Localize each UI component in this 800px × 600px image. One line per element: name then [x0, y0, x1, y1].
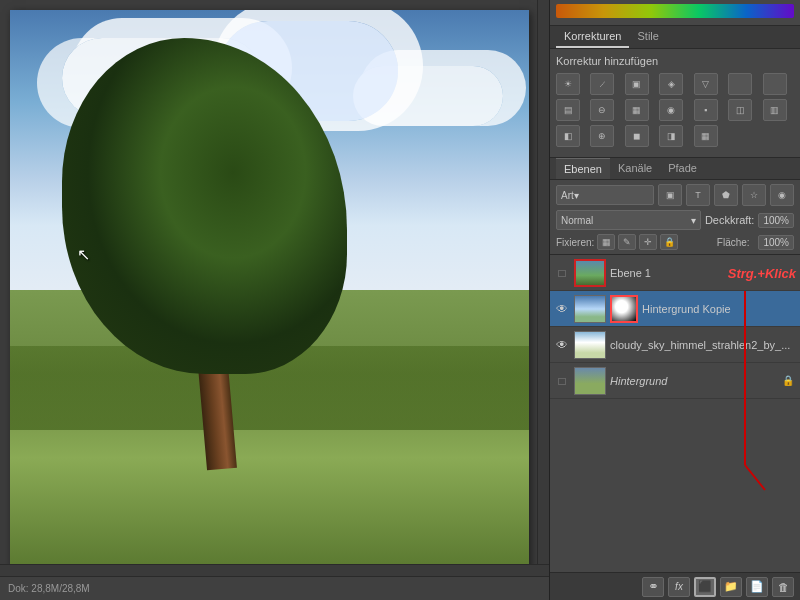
filter-toggle[interactable]: ◉	[770, 184, 794, 206]
levels-icon[interactable]: ▤	[556, 99, 580, 121]
channel-mixer-icon[interactable]: ⊕	[590, 125, 614, 147]
fix-brush[interactable]: ✎	[618, 234, 636, 250]
layer-name-cloudy: cloudy_sky_himmel_strahlen2_by_...	[610, 339, 796, 351]
correction-icons-row2: ▤ ⊖ ▦ ◉ ▪ ◫ ▥	[556, 99, 794, 121]
hsb-icon[interactable]: ▽	[694, 73, 718, 95]
strg-klick-annotation: Strg.+Klick	[728, 265, 796, 281]
thumb-sky-bg	[575, 296, 605, 322]
colorbalance-icon[interactable]	[728, 73, 752, 95]
layer-type-filter[interactable]: Art ▾	[556, 185, 654, 205]
layer-mask-thumb-hk	[610, 295, 638, 323]
layer-tabs: Ebenen Kanäle Pfade	[550, 158, 800, 180]
filter-pixel-icon[interactable]: ▣	[658, 184, 682, 206]
selective-color-icon[interactable]: ◧	[556, 125, 580, 147]
solid-color-icon[interactable]: ◼	[625, 125, 649, 147]
layer-thumb-ebene1	[574, 259, 606, 287]
layer-thumb-hk	[574, 295, 606, 323]
opacity-label: Deckkraft:	[705, 214, 755, 226]
layer-name-hintergrund: Hintergrund	[610, 375, 778, 387]
opacity-value[interactable]: 100%	[758, 213, 794, 228]
bw-icon[interactable]	[763, 73, 787, 95]
section-title: Korrektur hinzufügen	[556, 55, 794, 67]
new-group-button[interactable]: 📁	[720, 577, 742, 597]
posterize-icon[interactable]: ▪	[694, 99, 718, 121]
layer-lock-icon: 🔒	[782, 375, 796, 386]
fix-move[interactable]: ✛	[639, 234, 657, 250]
vibrance-icon[interactable]: ◈	[659, 73, 683, 95]
vertical-scrollbar[interactable]	[537, 0, 549, 564]
layer-visibility-hk[interactable]: 👁	[554, 301, 570, 317]
layer-item-hintergrund[interactable]: □ Hintergrund 🔒	[550, 363, 800, 399]
layer-visibility-cloudy[interactable]: 👁	[554, 337, 570, 353]
filter-smart-icon[interactable]: ☆	[742, 184, 766, 206]
mask-button[interactable]: ⬛	[694, 577, 716, 597]
layer-item-cloudy[interactable]: 👁 cloudy_sky_himmel_strahlen2_by_...	[550, 327, 800, 363]
filter-shape-icon[interactable]: ⬟	[714, 184, 738, 206]
color-bar-section	[550, 0, 800, 26]
link-button[interactable]: ⚭	[642, 577, 664, 597]
fix-checkerboard[interactable]: ▦	[597, 234, 615, 250]
fixieren-label: Fixieren:	[556, 237, 594, 248]
layer-thumb-cloudy	[574, 331, 606, 359]
correction-tabs: Korrekturen Stile	[550, 26, 800, 49]
fixieren-row: Fixieren: ▦ ✎ ✛ 🔒 Fläche: 100%	[556, 234, 794, 250]
korrekturen-section: Korrektur hinzufügen ☀ ⟋ ▣ ◈ ▽ ▤ ⊖ ▦ ◉ ▪…	[550, 49, 800, 158]
flaeche-label: Fläche:	[717, 237, 750, 248]
thumb-hintergrund-bg	[575, 368, 605, 394]
blend-mode-row: Normal ▾ Deckkraft: 100%	[556, 210, 794, 230]
layer-toolbar: ⚭ fx ⬛ 📁 📄 🗑	[550, 572, 800, 600]
canvas-area: ↖ Dok: 28,8M/28,8M	[0, 0, 550, 600]
tab-korrekturen[interactable]: Korrekturen	[556, 26, 629, 48]
filter-text-icon[interactable]: T	[686, 184, 710, 206]
cursor-icon: ↖	[77, 245, 97, 265]
thumb-mask-bg	[612, 297, 636, 321]
new-layer-button[interactable]: 📄	[746, 577, 768, 597]
layer-name-hk: Hintergrund Kopie	[642, 303, 796, 315]
fix-lock[interactable]: 🔒	[660, 234, 678, 250]
filter-label: Art	[561, 190, 574, 201]
curves-icon[interactable]: ⟋	[590, 73, 614, 95]
photo-tree: ↖	[10, 10, 529, 570]
layer-thumb-hintergrund	[574, 367, 606, 395]
gradient-fill-icon[interactable]: ◨	[659, 125, 683, 147]
thumb-tree-bg	[576, 261, 604, 285]
tab-pfade[interactable]: Pfade	[660, 158, 705, 179]
colorlookup-icon[interactable]: ▦	[625, 99, 649, 121]
canvas-status-bar: Dok: 28,8M/28,8M	[0, 576, 549, 600]
hue-icon[interactable]: ⊖	[590, 99, 614, 121]
tab-kanaele[interactable]: Kanäle	[610, 158, 660, 179]
layer-visibility-hintergrund[interactable]: □	[554, 373, 570, 389]
layer-search-row: Art ▾ ▣ T ⬟ ☆ ◉	[556, 184, 794, 206]
invert-icon[interactable]: ◉	[659, 99, 683, 121]
blend-chevron: ▾	[691, 215, 696, 226]
thumb-cloudy-bg	[575, 332, 605, 358]
blend-mode-value: Normal	[561, 215, 593, 226]
layer-name-ebene1: Ebene 1	[610, 267, 724, 279]
correction-icons-row1: ☀ ⟋ ▣ ◈ ▽	[556, 73, 794, 95]
color-gradient-bar[interactable]	[556, 4, 794, 18]
canvas-bg: ↖	[10, 10, 529, 570]
layer-visibility-ebene1[interactable]: □	[554, 265, 570, 281]
flaeche-value[interactable]: 100%	[758, 235, 794, 250]
svg-line-1	[745, 465, 765, 490]
filter-chevron: ▾	[574, 190, 579, 201]
canvas-doc-info: Dok: 28,8M/28,8M	[8, 583, 90, 594]
delete-button[interactable]: 🗑	[772, 577, 794, 597]
exposure-icon[interactable]: ▣	[625, 73, 649, 95]
threshold-icon[interactable]: ◫	[728, 99, 752, 121]
layer-item-ebene1[interactable]: □ Ebene 1 Strg.+Klick	[550, 255, 800, 291]
correction-icons-row3: ◧ ⊕ ◼ ◨ ▦	[556, 125, 794, 147]
horizontal-scrollbar[interactable]	[0, 564, 549, 576]
brightness-icon[interactable]: ☀	[556, 73, 580, 95]
layer-item-hintergrund-kopie[interactable]: 👁 Hintergrund Kopie	[550, 291, 800, 327]
blend-mode-select[interactable]: Normal ▾	[556, 210, 701, 230]
gradient-map-icon[interactable]: ▥	[763, 99, 787, 121]
right-panel: Korrekturen Stile Korrektur hinzufügen ☀…	[550, 0, 800, 600]
pattern-icon[interactable]: ▦	[694, 125, 718, 147]
layer-controls: Art ▾ ▣ T ⬟ ☆ ◉ Normal ▾ Deckkraft: 100%…	[550, 180, 800, 255]
fx-button[interactable]: fx	[668, 577, 690, 597]
tab-stile[interactable]: Stile	[629, 26, 666, 48]
layer-list: □ Ebene 1 Strg.+Klick 👁 Hintergrund Kopi…	[550, 255, 800, 572]
tab-ebenen[interactable]: Ebenen	[556, 158, 610, 179]
